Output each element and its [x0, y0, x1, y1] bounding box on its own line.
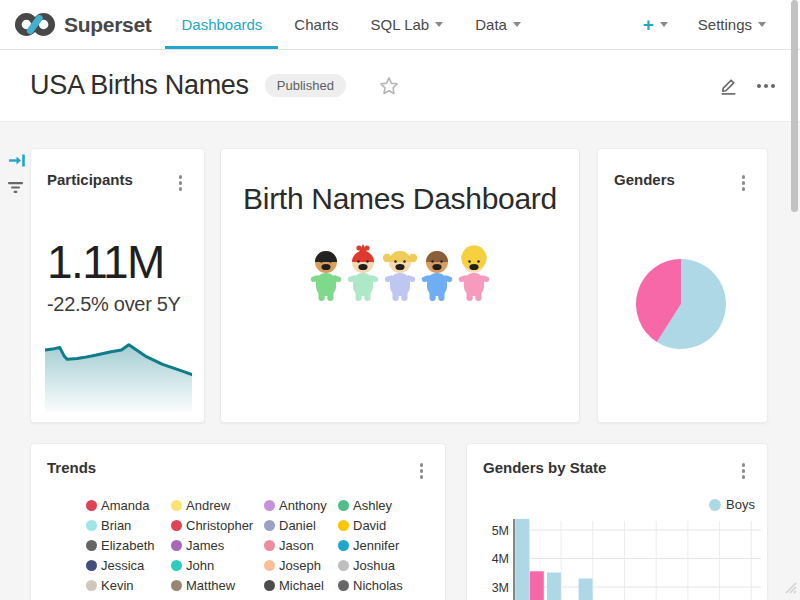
legend-item-jason[interactable]: Jason: [264, 536, 338, 556]
legend-item-daniel[interactable]: Daniel: [264, 516, 338, 536]
resize-handle-icon[interactable]: [782, 579, 797, 598]
legend-item-james[interactable]: James: [171, 536, 264, 556]
legend-dot: [264, 580, 275, 591]
legend-item-robert[interactable]: Robert: [86, 596, 171, 600]
chart-title: Trends: [47, 459, 96, 476]
dashboard-header: USA Births Names Published: [0, 50, 800, 122]
participants-sparkline-chart: [45, 327, 190, 412]
legend-dot: [86, 540, 97, 551]
page-title: USA Births Names: [30, 70, 249, 101]
edit-dashboard-button[interactable]: [718, 75, 739, 96]
trends-legend: Amanda Andrew Anthony Ashley Brian Chris…: [86, 496, 429, 600]
new-item-button[interactable]: +: [643, 15, 668, 34]
chart-menu-kebab-icon[interactable]: [173, 171, 189, 195]
legend-dot: [86, 560, 97, 571]
nav-tab-dashboards[interactable]: Dashboards: [165, 0, 278, 49]
legend-dot: [709, 499, 721, 511]
legend-dot: [264, 560, 275, 571]
settings-menu[interactable]: Settings: [698, 16, 766, 33]
legend-item-kevin[interactable]: Kevin: [86, 576, 171, 596]
chart-menu-kebab-icon[interactable]: [736, 459, 752, 483]
plus-icon: +: [643, 15, 654, 34]
chevron-down-icon: [513, 22, 521, 27]
legend-item-jessica[interactable]: Jessica: [86, 556, 171, 576]
chart-menu-kebab-icon[interactable]: [736, 171, 752, 195]
more-actions-button[interactable]: [757, 84, 775, 88]
legend-item-boys[interactable]: Boys: [467, 497, 755, 513]
legend-dot: [338, 580, 349, 591]
legend-dot: [171, 540, 182, 551]
nav-tab-data[interactable]: Data: [459, 0, 537, 49]
markdown-heading: Birth Names Dashboard: [221, 182, 579, 216]
infinity-logo-icon: [14, 11, 56, 38]
superset-logo[interactable]: Superset: [14, 11, 151, 38]
legend-dot: [171, 520, 182, 531]
legend-item-sarah[interactable]: Sarah: [264, 596, 338, 600]
chart-menu-kebab-icon[interactable]: [414, 459, 430, 483]
kid-figure: [382, 244, 418, 302]
chevron-down-icon: [435, 22, 443, 27]
legend-item-john[interactable]: John: [171, 556, 264, 576]
legend-dot: [86, 500, 97, 511]
legend-item-ashley[interactable]: Ashley: [338, 496, 438, 516]
legend-dot: [338, 500, 349, 511]
legend-item-ryan[interactable]: Ryan: [171, 596, 264, 600]
legend-dot: [171, 500, 182, 511]
legend-item-jennifer[interactable]: Jennifer: [338, 536, 438, 556]
nav-tab-sql-lab[interactable]: SQL Lab: [355, 0, 460, 49]
legend-dot: [264, 540, 275, 551]
kid-figure: [419, 244, 455, 302]
legend-item-brian[interactable]: Brian: [86, 516, 171, 536]
legend-item-nicholas[interactable]: Nicholas: [338, 576, 438, 596]
trends-card: Trends Amanda Andrew Anthony Ashley Bria…: [30, 443, 446, 600]
chart-title: Genders: [614, 171, 675, 188]
legend-item-joseph[interactable]: Joseph: [264, 556, 338, 576]
svg-text:5M: 5M: [492, 523, 509, 537]
genders-by-state-bar-chart: 5M4M3M: [467, 515, 767, 600]
big-number-value: 1.11M: [47, 239, 188, 285]
kid-figure: [345, 244, 381, 302]
legend-dot: [338, 540, 349, 551]
legend-dot: [86, 520, 97, 531]
vertical-scrollbar[interactable]: [791, 0, 798, 212]
pencil-icon: [718, 75, 739, 96]
chart-title: Genders by State: [483, 459, 606, 476]
genders-card: Genders: [597, 148, 768, 423]
published-badge[interactable]: Published: [265, 74, 346, 97]
legend-dot: [264, 520, 275, 531]
legend-item-christopher[interactable]: Christopher: [171, 516, 264, 536]
svg-text:3M: 3M: [492, 580, 509, 594]
legend-item-michael[interactable]: Michael: [264, 576, 338, 596]
nav-tab-charts[interactable]: Charts: [278, 0, 354, 49]
legend-dot: [171, 560, 182, 571]
legend-dot: [86, 580, 97, 591]
participants-card: Participants 1.11M -22.5% over 5Y: [30, 148, 205, 423]
svg-text:4M: 4M: [492, 552, 509, 566]
brand-name: Superset: [64, 13, 151, 37]
big-number-subheader: -22.5% over 5Y: [47, 293, 188, 316]
chevron-down-icon: [660, 22, 668, 27]
legend-dot: [338, 520, 349, 531]
legend-item-david[interactable]: David: [338, 516, 438, 536]
legend-item-amanda[interactable]: Amanda: [86, 496, 171, 516]
legend-dot: [338, 560, 349, 571]
expand-filter-bar-icon[interactable]: [8, 152, 27, 173]
legend-item-andrew[interactable]: Andrew: [171, 496, 264, 516]
genders-pie-chart: [635, 258, 727, 350]
chart-title: Participants: [47, 171, 133, 188]
legend-dot: [171, 580, 182, 591]
legend-item-joshua[interactable]: Joshua: [338, 556, 438, 576]
legend-item-elizabeth[interactable]: Elizabeth: [86, 536, 171, 556]
top-navbar: Superset Dashboards Charts SQL Lab Data …: [0, 0, 800, 50]
favorite-star-icon[interactable]: [378, 75, 400, 97]
dashboard-grid: Participants 1.11M -22.5% over 5Y Birth …: [0, 122, 800, 600]
main-nav: Dashboards Charts SQL Lab Data: [165, 0, 536, 49]
legend-dot: [264, 500, 275, 511]
genders-by-state-card: Genders by State Boys 5M4M3M: [466, 443, 768, 600]
legend-item-thomas[interactable]: Thomas: [338, 596, 438, 600]
legend-item-anthony[interactable]: Anthony: [264, 496, 338, 516]
ellipsis-icon: [757, 84, 761, 88]
chevron-down-icon: [758, 22, 766, 27]
filter-icon[interactable]: [7, 180, 24, 199]
legend-item-matthew[interactable]: Matthew: [171, 576, 264, 596]
